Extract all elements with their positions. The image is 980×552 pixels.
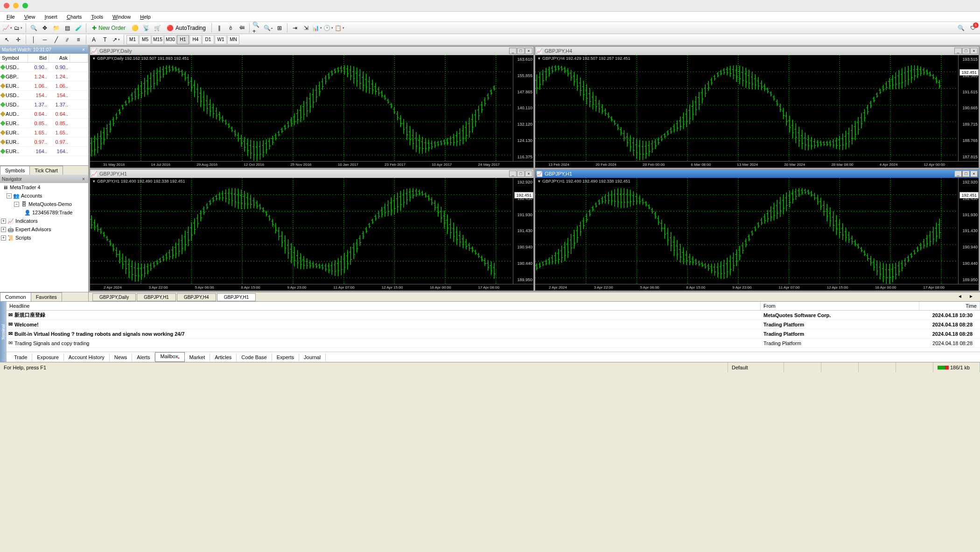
terminal-side-label[interactable]: Terminal (0, 302, 7, 362)
data-window-icon[interactable]: ✥ (40, 23, 50, 33)
terminal-tab-articles[interactable]: Articles (210, 354, 237, 361)
terminal-tab-experts[interactable]: Experts (272, 354, 299, 361)
maximize-icon[interactable]: □ (517, 170, 525, 177)
col-headline[interactable]: Headline (7, 302, 761, 310)
chart-titlebar[interactable]: 📈GBPJPY,H4_□× (535, 47, 979, 55)
terminal-tab-news[interactable]: News (110, 354, 133, 361)
chart-window[interactable]: 📈GBPJPY,H1_□×▾GBPJPY,H1 192.400 192.490 … (535, 169, 979, 291)
fibonacci-icon[interactable]: ≡ (73, 35, 84, 45)
trendline-icon[interactable]: ╱ (51, 35, 61, 45)
tree-accounts[interactable]: −👥Accounts (0, 191, 88, 200)
tree-account-user[interactable]: 👤123456789:Trade (0, 208, 88, 217)
market-watch-row[interactable]: GBP..1.24..1.24.. (0, 72, 88, 81)
chart-titlebar[interactable]: 📈GBPJPY,H1_□× (535, 170, 979, 178)
scroll-left-icon[interactable]: ◂ (955, 291, 965, 301)
tree-experts[interactable]: +🤖Expert Advisors (0, 225, 88, 234)
market-watch-row[interactable]: EUR..164..164.. (0, 147, 88, 156)
market-watch-row[interactable]: EUR..1.65..1.65.. (0, 128, 88, 137)
minimize-icon[interactable]: _ (509, 170, 517, 177)
close-icon[interactable]: × (81, 47, 86, 52)
tree-scripts[interactable]: +📜Scripts (0, 234, 88, 242)
terminal-rows[interactable]: ✉新規口座登録MetaQuotes Software Corp.2024.04.… (7, 311, 980, 352)
chart-tab[interactable]: GBPJPY,H1 (137, 293, 176, 301)
minimize-icon[interactable]: _ (954, 170, 962, 177)
terminal-tab-code-base[interactable]: Code Base (237, 354, 272, 361)
terminal-tab-mailbox[interactable]: Mailbox• (155, 352, 184, 362)
new-order-button[interactable]: ✚ New Order (89, 23, 129, 33)
market-watch-toggle-icon[interactable]: 🔍 (28, 23, 39, 33)
notifications-icon[interactable]: 🛡1 (968, 23, 978, 33)
maximize-icon[interactable]: □ (962, 48, 970, 54)
zoom-out-icon[interactable]: 🔍- (263, 23, 273, 33)
shift-end-icon[interactable]: ⇥ (290, 23, 300, 33)
chart-window[interactable]: 📈GBPJPY,H4_□×▾GBPJPY,H4 192.429 192.507 … (535, 46, 979, 168)
close-window-dot[interactable] (4, 3, 9, 8)
menu-help[interactable]: Help (135, 13, 155, 21)
chart-canvas[interactable]: ▾GBPJPY,H1 192.400 192.490 192.338 192.4… (90, 178, 513, 284)
terminal-tab-market[interactable]: Market (185, 354, 210, 361)
chart-canvas[interactable]: ▾GBPJPY,H4 192.429 192.507 192.257 192.4… (535, 55, 958, 161)
close-icon[interactable]: × (525, 170, 532, 177)
tab-tick-chart[interactable]: Tick Chart (29, 166, 63, 175)
chart-window[interactable]: 📈GBPJPY,H1_□×▾GBPJPY,H1 192.400 192.490 … (90, 169, 534, 291)
terminal-tab-exposure[interactable]: Exposure (32, 354, 63, 361)
minimize-window-dot[interactable] (13, 3, 19, 8)
zoom-window-dot[interactable] (22, 3, 28, 8)
navigator-body[interactable]: 🖥MetaTrader 4 −👥Accounts −🗄MetaQuotes-De… (0, 183, 88, 292)
chart-tab[interactable]: GBPJPY,H1 (217, 293, 256, 301)
autotrading-button[interactable]: 🔴 AutoTrading (163, 23, 209, 33)
tile-windows-icon[interactable]: ⊞ (274, 23, 285, 33)
status-profile[interactable]: Default (728, 362, 784, 372)
market-watch-title[interactable]: Market Watch: 10:31:07 × (0, 45, 88, 54)
text-icon[interactable]: T (100, 35, 110, 45)
cursor-icon[interactable]: ↖ (2, 35, 12, 45)
crosshair-icon[interactable]: ✛ (13, 35, 23, 45)
mail-row[interactable]: ✉新規口座登録MetaQuotes Software Corp.2024.04.… (7, 311, 980, 320)
market-watch-row[interactable]: USD..154..154.. (0, 91, 88, 100)
market-watch-body[interactable]: USD..0.90..0.90..GBP..1.24..1.24..EUR..1… (0, 63, 88, 165)
chart-titlebar[interactable]: 📈GBPJPY,H1_□× (90, 170, 533, 178)
horizontal-line-icon[interactable]: ─ (40, 35, 50, 45)
line-chart-icon[interactable]: ⭅ (237, 23, 247, 33)
market-icon[interactable]: 🛒 (152, 23, 162, 33)
mail-row[interactable]: ✉Trading Signals and copy tradingTrading… (7, 339, 980, 348)
search-icon[interactable]: 🔍 (956, 23, 966, 33)
text-label-icon[interactable]: A (89, 35, 99, 45)
terminal-tab-alerts[interactable]: Alerts (132, 354, 155, 361)
maximize-icon[interactable]: □ (962, 170, 970, 177)
terminal-toggle-icon[interactable]: ▤ (62, 23, 72, 33)
col-time[interactable]: Time (919, 302, 980, 310)
vertical-line-icon[interactable]: │ (28, 35, 39, 45)
market-watch-row[interactable]: EUR..0.97..0.97.. (0, 137, 88, 147)
chart-canvas[interactable]: ▾GBPJPY,H1 192.400 192.490 192.338 192.4… (535, 178, 958, 284)
arrows-icon[interactable]: ↗▾ (111, 35, 121, 45)
navigator-toggle-icon[interactable]: 📁 (51, 23, 61, 33)
tree-demo-server[interactable]: −🗄MetaQuotes-Demo (0, 200, 88, 208)
strategy-tester-icon[interactable]: 🧪 (73, 23, 84, 33)
auto-scroll-icon[interactable]: ⇲ (301, 23, 311, 33)
profiles-icon[interactable]: 🗂▾ (13, 23, 23, 33)
periodicity-icon[interactable]: 🕑▾ (323, 23, 334, 33)
terminal-tab-journal[interactable]: Journal (299, 354, 326, 361)
timeframe-m1[interactable]: M1 (126, 35, 139, 44)
chart-tab[interactable]: GBPJPY,Daily (92, 293, 136, 301)
signals-icon[interactable]: 📡 (141, 23, 151, 33)
chart-canvas[interactable]: ▾GBPJPY,Daily 192.162 192.507 191.893 19… (90, 55, 513, 161)
indicators-icon[interactable]: 📊▾ (312, 23, 322, 33)
tree-root[interactable]: 🖥MetaTrader 4 (0, 183, 88, 191)
col-from[interactable]: From (761, 302, 919, 310)
candlestick-icon[interactable]: 🕯 (225, 23, 236, 33)
menu-tools[interactable]: Tools (86, 13, 108, 21)
menu-window[interactable]: Window (108, 13, 135, 21)
tab-common[interactable]: Common (0, 292, 31, 301)
bar-chart-icon[interactable]: ∥ (214, 23, 224, 33)
menu-view[interactable]: View (20, 13, 40, 21)
timeframe-m5[interactable]: M5 (139, 35, 151, 44)
mail-row[interactable]: ✉Welcome!Trading Platform2024.04.18 08:2… (7, 320, 980, 329)
market-watch-row[interactable]: USD..1.37..1.37.. (0, 100, 88, 109)
timeframe-h4[interactable]: H4 (189, 35, 202, 44)
tab-favorites[interactable]: Favorites (31, 292, 62, 301)
market-watch-row[interactable]: USD..0.90..0.90.. (0, 63, 88, 72)
close-icon[interactable]: × (81, 177, 86, 182)
timeframe-d1[interactable]: D1 (202, 35, 214, 44)
